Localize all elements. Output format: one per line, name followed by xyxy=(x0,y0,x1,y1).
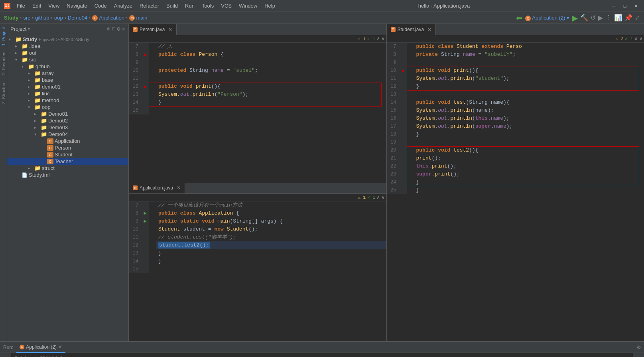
navigate-back-icon[interactable]: ⬅ xyxy=(516,13,523,23)
menu-analyze[interactable]: Analyze xyxy=(111,2,136,10)
tree-item-method[interactable]: ▸ 📁 method xyxy=(7,97,128,104)
tree-item-oop[interactable]: ▾ 📁 oop xyxy=(7,104,128,110)
menu-navigate[interactable]: Navigate xyxy=(63,2,90,10)
breadcrumb-study[interactable]: Study xyxy=(4,15,18,21)
tree-item-oop-demo02[interactable]: ▸ 📁 Demo02 xyxy=(7,117,128,124)
run-button[interactable]: ▶ xyxy=(572,13,578,23)
tab-project[interactable]: 1: Project xyxy=(0,24,7,49)
menu-window[interactable]: Window xyxy=(236,2,260,10)
app-code-area[interactable]: ⚠ 1 ✓ 1 ∧ ∨ 7 xyxy=(129,194,386,341)
next-warning-icon[interactable]: ∨ xyxy=(639,36,642,42)
student-header-bar: ⚠ 3 ✓ 1 ∧ ∨ xyxy=(387,35,644,43)
run-again-button[interactable]: ▶ xyxy=(1,355,10,357)
more-actions-icon[interactable]: ⋮ xyxy=(605,14,612,22)
tab-student-java[interactable]: C Student.java ✕ xyxy=(387,24,436,35)
run-coverage-button[interactable]: ▶ xyxy=(598,14,603,22)
prev-warning-icon[interactable]: ∧ xyxy=(377,36,380,42)
person-code-scroll[interactable]: 7 // 人 8 ● p xyxy=(129,43,386,183)
tree-item-study[interactable]: ▾ 📁 Study F:\java\IDEA2020.2\Study xyxy=(7,36,128,43)
tree-item-liuc[interactable]: ▸ 📁 liuc xyxy=(7,90,128,97)
close-panel-icon[interactable]: ✕ xyxy=(122,26,125,32)
menu-refactor[interactable]: Refactor xyxy=(136,2,162,10)
folder-icon: 📁 xyxy=(15,36,22,42)
menu-vcs[interactable]: VCS xyxy=(218,2,235,10)
folder-icon: 📁 xyxy=(22,50,28,56)
tab-favorites[interactable]: 2: Favorites xyxy=(0,49,7,78)
menu-tools[interactable]: Tools xyxy=(199,2,217,10)
run-config-dropdown[interactable]: C Application (2) ▾ xyxy=(525,15,569,21)
prev-warning-icon[interactable]: ∧ xyxy=(377,194,380,201)
dropdown-arrow: ▾ xyxy=(567,15,569,21)
menu-edit[interactable]: Edit xyxy=(29,2,44,10)
tree-item-teacher[interactable]: C Teacher xyxy=(7,158,128,165)
tree-item-oop-demo04[interactable]: ▾ 📁 Demo04 xyxy=(7,131,128,138)
code-line-10: 10 protected String name = "subei"; xyxy=(129,67,386,75)
menu-help[interactable]: Help xyxy=(261,2,278,10)
tree-item-oop-demo01[interactable]: ▸ 📁 Demo01 xyxy=(7,110,128,117)
student-code-area[interactable]: ⚠ 3 ✓ 1 ∧ ∨ 7 xyxy=(387,35,644,341)
tree-item-student[interactable]: C Student xyxy=(7,151,128,158)
student-tab-close[interactable]: ✕ xyxy=(427,27,431,32)
bottom-tab-close[interactable]: ✕ xyxy=(58,344,62,350)
next-warning-icon[interactable]: ∨ xyxy=(382,194,385,201)
person-tab-close[interactable]: ✕ xyxy=(168,27,172,32)
app-logo: IJ xyxy=(4,3,10,9)
tree-item-application[interactable]: C Application xyxy=(7,138,128,144)
expand-arrow: ▸ xyxy=(28,166,34,170)
app-code-scroll[interactable]: 7 // 一个项目应该只有一个main方法 8 ▶ xyxy=(129,201,386,341)
code-line-15: 15 xyxy=(129,107,386,114)
bottom-console[interactable]: F:\Java\JDK\bin\java.exe ... student stu… xyxy=(11,353,633,357)
menu-view[interactable]: View xyxy=(45,2,63,10)
dropdown-icon[interactable]: ▾ xyxy=(28,27,30,31)
menu-run[interactable]: Run xyxy=(182,2,198,10)
maximize-button[interactable]: ☐ xyxy=(621,2,629,10)
breadcrumb-application[interactable]: C Application xyxy=(92,15,124,21)
next-warning-icon[interactable]: ∨ xyxy=(382,36,385,42)
close-button[interactable]: ✕ xyxy=(632,2,640,10)
person-code-area[interactable]: ⚠ 1 ✓ 1 ∧ ∨ 7 xyxy=(129,35,386,183)
tree-item-iml[interactable]: 📄 Study.iml xyxy=(7,172,128,178)
tab-application-java[interactable]: C Application.java ✕ xyxy=(129,182,185,193)
build-button[interactable]: 🔨 xyxy=(580,14,588,22)
breadcrumb-demo04[interactable]: Demo04 xyxy=(68,15,87,21)
expand-arrow: ▸ xyxy=(34,112,41,116)
editors-row: C Person.java ✕ ⚠ 1 ✓ 1 ∧ ∨ xyxy=(129,24,644,341)
far-left-panel: 1: Project 2: Favorites Z: Structure xyxy=(0,24,7,341)
breadcrumb-src[interactable]: src xyxy=(23,15,30,21)
breadcrumb-github[interactable]: github xyxy=(35,15,49,21)
collapse-all-icon[interactable]: ⊟ xyxy=(112,26,115,32)
tree-item-idea[interactable]: ▸ 📁 .idea xyxy=(7,43,128,49)
menu-code[interactable]: Code xyxy=(91,2,110,10)
bottom-tab-settings[interactable]: ⚙ xyxy=(637,343,641,351)
tree-item-array[interactable]: ▸ 📁 array xyxy=(7,70,128,77)
tree-item-github[interactable]: ▾ 📁 github xyxy=(7,63,128,70)
gear-icon[interactable]: ⚙ xyxy=(117,26,120,32)
tab-person-java[interactable]: C Person.java ✕ xyxy=(129,24,177,35)
menu-build[interactable]: Build xyxy=(163,2,181,10)
profiler-button[interactable]: 📊 xyxy=(614,14,622,22)
tree-item-person[interactable]: C Person xyxy=(7,144,128,151)
expand-button[interactable]: ⤢ xyxy=(635,14,640,22)
code-line-11: 11 xyxy=(129,75,386,83)
student-code-scroll[interactable]: 7 public class Student extends Perso 8 xyxy=(387,43,644,341)
locate-icon[interactable]: ⊕ xyxy=(107,26,110,32)
menu-file[interactable]: File xyxy=(14,2,28,10)
tree-item-struct[interactable]: ▸ 📁 struct xyxy=(7,165,128,172)
prev-warning-icon[interactable]: ∧ xyxy=(634,36,638,42)
breadcrumb-main[interactable]: m main xyxy=(129,15,147,21)
tree-item-oop-demo03[interactable]: ▸ 📁 Demo03 xyxy=(7,124,128,131)
breadcrumb-oop[interactable]: oop xyxy=(54,15,63,21)
reload-button[interactable]: ↺ xyxy=(591,14,596,22)
bottom-tab-application[interactable]: C Application (2) ✕ xyxy=(16,342,65,353)
tab-structure[interactable]: Z: Structure xyxy=(0,78,7,107)
bottom-right-controls xyxy=(633,353,644,357)
tree-item-out[interactable]: ▸ 📁 out xyxy=(7,49,128,56)
tree-item-src[interactable]: ▾ 📁 src xyxy=(7,56,128,63)
app-tab-close[interactable]: ✕ xyxy=(177,185,181,191)
minimize-button[interactable]: — xyxy=(610,2,618,10)
tree-item-base[interactable]: ▸ 📁 base xyxy=(7,77,128,83)
tree-item-demo01[interactable]: ▸ 📁 demo01 xyxy=(7,83,128,90)
app-line-13: 13 } xyxy=(129,249,386,257)
pin-button[interactable]: 📌 xyxy=(624,14,632,22)
class-file-icon: C xyxy=(47,152,53,158)
